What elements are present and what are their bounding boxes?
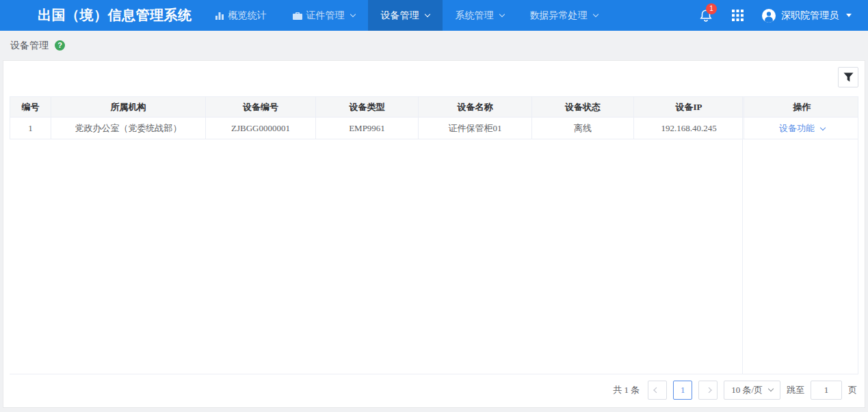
page-unit-label: 页 xyxy=(848,384,857,396)
chevron-left-icon xyxy=(653,387,659,393)
user-avatar-icon xyxy=(762,9,776,23)
chevron-down-icon xyxy=(820,124,826,130)
next-page-button[interactable] xyxy=(698,381,718,400)
chevron-down-icon xyxy=(768,386,774,392)
main-menu: 概览统计 证件管理 设备管理 系统管理 数据异常处理 xyxy=(202,0,611,31)
nav-item-label: 证件管理 xyxy=(306,10,345,22)
device-table: 编号 所属机构 设备编号 设备类型 设备名称 设备状态 设备IP 操作 1 党政… xyxy=(10,96,858,374)
chevron-down-icon xyxy=(592,11,598,16)
cell-ip: 192.168.40.245 xyxy=(634,118,744,139)
prev-page-button[interactable] xyxy=(648,381,667,400)
table-row: 1 党政办公室（党委统战部） ZJBGG0000001 EMP9961 证件保管… xyxy=(10,118,859,139)
col-header-actions: 操作 xyxy=(744,97,859,118)
user-name: 深职院管理员 xyxy=(781,10,839,22)
nav-item-label: 概览统计 xyxy=(228,10,267,22)
cell-org: 党政办公室（党委统战部） xyxy=(51,118,206,139)
cell-actions: 设备功能 xyxy=(744,118,859,139)
nav-item-label: 设备管理 xyxy=(381,10,419,22)
chevron-right-icon xyxy=(706,387,711,393)
bar-chart-icon xyxy=(215,11,224,20)
cell-device-name: 证件保管柜01 xyxy=(419,118,532,139)
col-header-device-name: 设备名称 xyxy=(419,97,532,118)
col-header-no: 编号 xyxy=(10,97,51,118)
page-size-value: 10 条/页 xyxy=(731,384,763,396)
col-header-device-no: 设备编号 xyxy=(206,97,316,118)
nav-item-label: 数据异常处理 xyxy=(530,10,588,22)
pagination: 共 1 条 1 10 条/页 跳至 页 xyxy=(3,374,865,400)
nav-item-label: 系统管理 xyxy=(456,10,494,22)
col-header-device-ip: 设备IP xyxy=(634,97,744,118)
user-menu[interactable]: 深职院管理员 xyxy=(762,9,852,23)
cell-no: 1 xyxy=(10,118,51,139)
apps-grid-button[interactable] xyxy=(732,10,744,21)
jump-to-label: 跳至 xyxy=(787,384,804,396)
content-panel: 编号 所属机构 设备编号 设备类型 设备名称 设备状态 设备IP 操作 1 党政… xyxy=(3,60,865,408)
filter-funnel-icon xyxy=(843,72,854,82)
chevron-down-icon xyxy=(499,11,504,16)
nav-item-data-exception[interactable]: 数据异常处理 xyxy=(517,0,611,31)
page-title: 设备管理 xyxy=(10,40,49,52)
page-size-select[interactable]: 10 条/页 xyxy=(724,381,780,400)
nav-item-overview-stats[interactable]: 概览统计 xyxy=(202,0,280,31)
notification-badge: 1 xyxy=(706,3,717,14)
col-header-device-type: 设备类型 xyxy=(316,97,419,118)
cell-status: 离线 xyxy=(532,118,634,139)
briefcase-icon xyxy=(293,11,302,20)
cell-device-no: ZJBGG0000001 xyxy=(206,118,316,139)
chevron-down-icon xyxy=(846,14,852,17)
chevron-down-icon xyxy=(350,11,355,16)
breadcrumb: 设备管理 ? xyxy=(0,31,868,60)
table-toolbar xyxy=(3,61,865,87)
navbar-right: 1 深职院管理员 xyxy=(698,0,868,31)
top-navbar: 出国（境）信息管理系统 概览统计 证件管理 设备管理 系统管理 数据异常 xyxy=(0,0,868,31)
jump-to-page-input[interactable] xyxy=(811,381,842,400)
nav-item-device-mgmt[interactable]: 设备管理 xyxy=(368,0,443,31)
device-functions-label: 设备功能 xyxy=(779,122,815,135)
apps-grid-icon xyxy=(732,10,744,21)
nav-item-credential-mgmt[interactable]: 证件管理 xyxy=(280,0,368,31)
app-title: 出国（境）信息管理系统 xyxy=(0,0,202,31)
col-header-device-status: 设备状态 xyxy=(532,97,634,118)
cell-device-type: EMP9961 xyxy=(316,118,419,139)
chevron-down-icon xyxy=(424,11,430,16)
table-header-row: 编号 所属机构 设备编号 设备类型 设备名称 设备状态 设备IP 操作 xyxy=(10,97,859,118)
filter-button[interactable] xyxy=(838,67,858,87)
page-number-button[interactable]: 1 xyxy=(673,381,692,400)
help-icon[interactable]: ? xyxy=(55,40,65,51)
nav-item-system-mgmt[interactable]: 系统管理 xyxy=(443,0,517,31)
notifications-button[interactable]: 1 xyxy=(698,8,713,23)
col-header-org: 所属机构 xyxy=(51,97,206,118)
device-functions-dropdown[interactable]: 设备功能 xyxy=(779,122,825,135)
pagination-total: 共 1 条 xyxy=(613,384,640,396)
